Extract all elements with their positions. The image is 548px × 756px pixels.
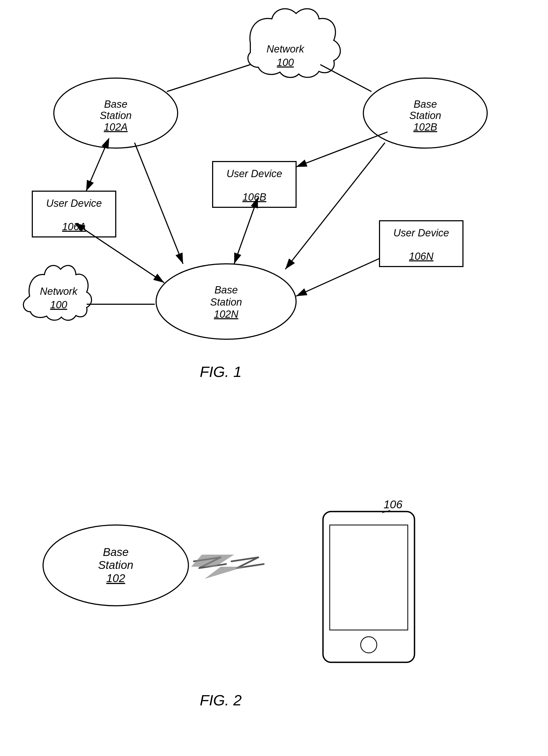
svg-text:106: 106 (384, 498, 403, 511)
base-station-102a: Base Station 102A (54, 78, 178, 148)
base-station-102n: Base Station 102N (156, 264, 296, 339)
svg-line-11 (320, 65, 371, 92)
svg-text:Base: Base (104, 99, 128, 110)
svg-text:Network: Network (266, 43, 304, 55)
network-100-top: Network 100 (248, 9, 340, 78)
svg-line-35 (296, 258, 380, 296)
svg-text:User Device: User Device (394, 227, 449, 239)
svg-line-10 (167, 65, 250, 92)
svg-text:106A: 106A (62, 221, 86, 232)
svg-text:Station: Station (98, 559, 134, 571)
network-100-bottom: Network 100 (23, 265, 92, 320)
svg-text:102B: 102B (413, 121, 437, 133)
svg-text:Network: Network (40, 286, 78, 297)
svg-text:102: 102 (106, 572, 125, 585)
svg-text:Station: Station (210, 296, 242, 308)
svg-text:106N: 106N (409, 251, 434, 262)
user-device-106b: User Device 106B (213, 162, 296, 207)
svg-text:106B: 106B (243, 191, 266, 203)
svg-line-33 (83, 229, 164, 283)
svg-line-32 (285, 143, 385, 269)
base-station-102b: Base Station 102B (363, 78, 487, 148)
svg-text:100: 100 (50, 299, 67, 310)
svg-rect-43 (330, 525, 408, 630)
svg-point-44 (361, 637, 377, 653)
svg-text:Base: Base (215, 284, 238, 296)
svg-text:102A: 102A (104, 121, 128, 133)
user-device-106n: User Device 106N (380, 221, 463, 267)
fig1-label: FIG. 1 (200, 363, 242, 380)
base-station-102: Base Station 102 (43, 525, 188, 606)
svg-text:User Device: User Device (46, 198, 102, 209)
svg-line-31 (296, 132, 388, 167)
svg-text:User Device: User Device (227, 168, 282, 179)
svg-text:Base: Base (103, 546, 129, 558)
svg-text:100: 100 (277, 57, 294, 68)
svg-text:Station: Station (100, 110, 132, 121)
svg-text:102N: 102N (214, 309, 238, 320)
svg-text:Station: Station (409, 110, 441, 121)
svg-line-34 (234, 207, 254, 264)
wireless-signal-fig2 (191, 555, 264, 579)
svg-line-30 (135, 143, 183, 264)
svg-text:Base: Base (414, 99, 437, 110)
user-device-106a: User Device 106A (32, 191, 116, 237)
fig2-label: FIG. 2 (200, 692, 242, 709)
svg-marker-41 (191, 555, 245, 579)
user-device-106: 106 (323, 498, 414, 662)
svg-line-29 (86, 148, 105, 191)
diagram-container: Network 100 Base Station 102A Base Stati… (0, 0, 548, 756)
